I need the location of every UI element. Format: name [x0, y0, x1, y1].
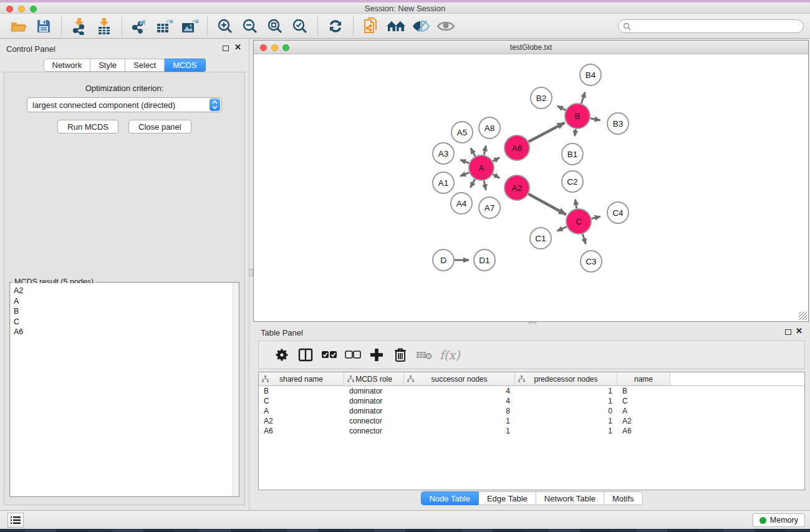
graph-node-A8[interactable]: A8 — [479, 117, 500, 138]
delete-table-button[interactable] — [412, 344, 436, 366]
apply-preferred-layout-button[interactable] — [323, 16, 348, 37]
export-table-button[interactable] — [152, 16, 177, 37]
graph-node-C[interactable]: C — [566, 209, 591, 234]
column-header-shared-name[interactable]: shared name — [259, 372, 344, 385]
tab-edge-table[interactable]: Edge Table — [479, 491, 536, 505]
float-panel-icon[interactable] — [223, 46, 229, 51]
table-row[interactable]: A2connector11A2 — [259, 416, 804, 426]
column-header-successor-nodes[interactable]: successor nodes — [404, 372, 515, 385]
vertical-splitter-handle[interactable] — [249, 269, 253, 276]
table-cell[interactable]: A — [617, 406, 670, 416]
export-network-button[interactable] — [127, 16, 152, 37]
run-mcds-button[interactable]: Run MCDS — [57, 120, 118, 133]
search-input[interactable] — [634, 22, 796, 31]
table-row[interactable]: A6connector11A6 — [259, 426, 804, 436]
save-session-button[interactable] — [31, 16, 56, 37]
table-cell[interactable]: 1 — [515, 396, 617, 406]
network-window-titlebar[interactable]: testGlobe.txt — [254, 41, 808, 54]
graph-edge-A2-C[interactable] — [528, 194, 566, 215]
table-cell[interactable]: B — [259, 386, 344, 396]
table-cell[interactable]: A2 — [259, 416, 344, 426]
graph-edge-A-A6[interactable] — [493, 158, 499, 162]
tab-select[interactable]: Select — [125, 59, 165, 72]
window-resize-grip[interactable] — [799, 312, 807, 320]
close-panel-button[interactable]: Close panel — [128, 120, 191, 133]
graph-node-B1[interactable]: B1 — [562, 143, 583, 165]
graph-edge-B-B2[interactable] — [557, 106, 566, 110]
result-item[interactable]: C — [14, 317, 238, 327]
column-header-MCDS-role[interactable]: MCDS role — [344, 372, 404, 385]
graph-edge-A-A4[interactable] — [470, 179, 475, 187]
graph-edge-C-C4[interactable] — [591, 216, 600, 218]
function-builder-button[interactable]: f(x) — [440, 348, 460, 362]
tab-motifs[interactable]: Motifs — [604, 491, 643, 505]
float-panel-icon[interactable] — [785, 329, 791, 335]
table-cell[interactable]: C — [617, 396, 670, 406]
close-panel-icon[interactable]: ✕ — [234, 43, 241, 52]
export-image-button[interactable] — [177, 16, 202, 37]
graph-node-C3[interactable]: C3 — [581, 251, 602, 272]
table-cell[interactable]: A6 — [259, 426, 344, 436]
graph-edge-A-A8[interactable] — [484, 145, 486, 155]
table-cell[interactable]: connector — [344, 416, 404, 426]
close-panel-icon[interactable]: ✕ — [796, 327, 803, 336]
import-network-button[interactable] — [67, 16, 92, 37]
delete-columns-button[interactable] — [388, 344, 412, 366]
home-button[interactable] — [383, 16, 408, 37]
table-cell[interactable]: 1 — [515, 386, 617, 396]
toggle-column-view-button[interactable] — [294, 344, 317, 366]
criterion-dropdown[interactable]: largest connected component (directed) — [27, 97, 222, 112]
graph-node-B[interactable]: B — [565, 104, 590, 128]
table-cell[interactable]: dominator — [344, 396, 404, 406]
graph-node-B3[interactable]: B3 — [607, 113, 629, 134]
graph-node-C2[interactable]: C2 — [562, 171, 583, 192]
table-row[interactable]: Bdominator41B — [259, 386, 804, 396]
table-cell[interactable]: A — [259, 406, 344, 416]
table-cell[interactable]: A2 — [617, 416, 670, 426]
graph-edge-A-A5[interactable] — [471, 148, 475, 156]
result-list-scrollbar[interactable] — [233, 283, 238, 496]
zoom-out-button[interactable] — [238, 16, 263, 37]
graph-edge-B-B1[interactable] — [575, 129, 576, 136]
network-file-button[interactable] — [359, 16, 383, 37]
tab-style[interactable]: Style — [90, 59, 125, 72]
graph-node-B2[interactable]: B2 — [531, 87, 552, 109]
open-session-button[interactable] — [6, 16, 31, 37]
table-cell[interactable]: dominator — [344, 406, 404, 416]
table-cell[interactable]: C — [259, 396, 344, 406]
network-canvas[interactable]: B4B2BB3A5A8A6B1A3AC2A1A2A4A7C4CC1C3DD1 — [254, 54, 808, 321]
tab-node-table[interactable]: Node Table — [420, 491, 479, 505]
column-header-predecessor-nodes[interactable]: predecessor nodes — [515, 372, 617, 385]
hide-all-columns-button[interactable] — [341, 344, 365, 366]
graph-edge-B-B3[interactable] — [591, 118, 600, 120]
graph-node-A5[interactable]: A5 — [451, 122, 473, 143]
table-cell[interactable]: 1 — [404, 426, 515, 436]
result-item[interactable]: A — [14, 296, 238, 307]
graph-node-A2[interactable]: A2 — [504, 175, 529, 200]
network-graph[interactable]: B4B2BB3A5A8A6B1A3AC2A1A2A4A7C4CC1C3DD1 — [254, 54, 808, 321]
graph-edge-C-C3[interactable] — [582, 234, 586, 244]
table-cell[interactable]: B — [617, 386, 670, 396]
table-row[interactable]: Cdominator41C — [259, 396, 804, 406]
graph-edge-C-C1[interactable] — [557, 226, 567, 231]
memory-button[interactable]: Memory — [753, 513, 805, 527]
zoom-in-button[interactable] — [213, 16, 238, 37]
window-titlebar[interactable]: Session: New Session — [0, 2, 810, 14]
graph-node-B4[interactable]: B4 — [580, 64, 601, 85]
table-cell[interactable]: 4 — [404, 386, 515, 396]
graph-node-A6[interactable]: A6 — [504, 135, 529, 160]
show-hide-graphics-details-button[interactable] — [408, 16, 433, 37]
graph-edge-A-A3[interactable] — [460, 160, 469, 163]
table-cell[interactable]: 1 — [515, 426, 617, 436]
search-field[interactable] — [618, 19, 804, 33]
result-item[interactable]: B — [14, 306, 238, 317]
graph-edge-A-A7[interactable] — [484, 181, 486, 190]
table-cell[interactable]: 4 — [404, 396, 515, 406]
tab-network[interactable]: Network — [43, 59, 90, 72]
graph-node-A4[interactable]: A4 — [451, 193, 472, 214]
tab-mcds[interactable]: MCDS — [165, 59, 205, 72]
show-all-columns-button[interactable] — [317, 344, 341, 366]
graph-node-A1[interactable]: A1 — [433, 172, 454, 193]
graph-node-C1[interactable]: C1 — [530, 228, 551, 249]
graph-edge-A6-B[interactable] — [529, 123, 565, 142]
